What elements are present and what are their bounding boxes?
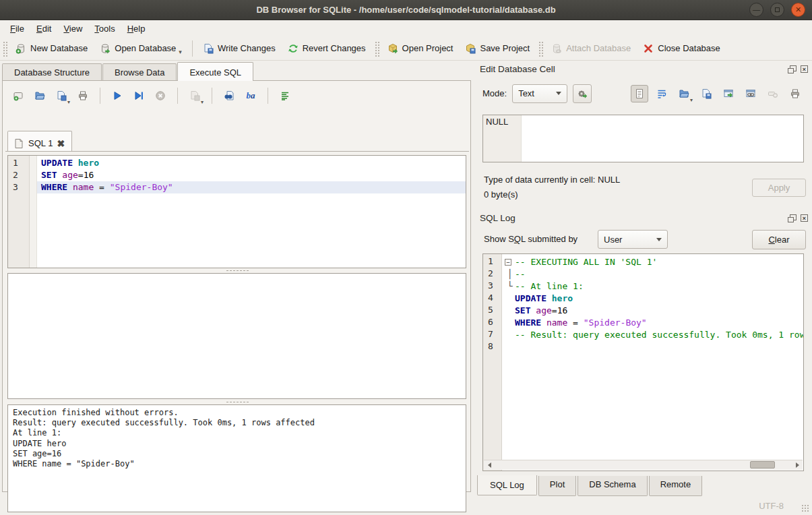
sql-log-view[interactable]: 12345678 −-- EXECUTING ALL IN 'SQL 1'│--… [482, 253, 804, 471]
log-horizontal-scrollbar[interactable] [484, 460, 803, 470]
toolbar-drag-handle[interactable] [374, 40, 379, 57]
editor-line-numbers: 123 [8, 156, 30, 268]
new-database-button[interactable]: New Database [9, 40, 94, 57]
window-title: DB Browser for SQLite - /home/user/code/… [256, 5, 555, 15]
gear-icon [577, 88, 588, 99]
dock-tab-db-schema[interactable]: DB Schema [577, 476, 647, 496]
find-icon [224, 90, 235, 101]
sql-editor[interactable]: 123 UPDATE heroSET age=16WHERE name = "S… [7, 155, 466, 268]
minimize-button[interactable]: — [749, 3, 763, 17]
open-project-label: Open Project [402, 43, 454, 53]
open-database-button[interactable]: Open Database ▾ [94, 40, 188, 57]
maximize-button[interactable] [770, 3, 784, 17]
encoding-indicator[interactable]: UTF-8 [759, 501, 784, 511]
execute-current-line-button[interactable] [130, 87, 148, 104]
print-cell-button[interactable] [786, 85, 804, 102]
cell-value-editor[interactable]: NULL [482, 115, 804, 162]
tab-execute-sql[interactable]: Execute SQL [177, 62, 253, 81]
execute-all-button[interactable] [108, 87, 126, 104]
execution-messages[interactable]: Execution finished without errors. Resul… [7, 404, 466, 512]
copy-link-button[interactable] [742, 85, 759, 102]
menu-view[interactable]: View [57, 22, 88, 36]
splitter-handle[interactable] [7, 400, 466, 404]
open-sql-file-icon [34, 90, 45, 101]
write-changes-icon [203, 43, 214, 54]
save-sql-file-icon [56, 90, 67, 101]
clear-log-button[interactable]: Clear [752, 230, 806, 249]
sql-editor-toolbar: ▾ [9, 86, 294, 105]
menu-edit[interactable]: Edit [30, 22, 57, 36]
execute-all-icon [112, 90, 123, 101]
attach-database-button[interactable]: Attach Database [545, 40, 637, 57]
scrollbar-track[interactable] [495, 460, 792, 470]
cell-toolbar: ▾ [631, 84, 804, 103]
format-sql-button[interactable] [276, 87, 294, 104]
log-code: −-- EXECUTING ALL IN 'SQL 1'│--└-- At li… [502, 254, 803, 471]
import-cell-data-button[interactable]: ▾ [675, 85, 693, 102]
dock-tab-remote[interactable]: Remote [649, 476, 703, 496]
float-dock-icon[interactable] [790, 65, 797, 71]
close-dock-icon[interactable]: × [801, 214, 808, 222]
set-null-icon [768, 88, 778, 99]
link-icon [745, 88, 756, 99]
revert-changes-button[interactable]: Revert Changes [282, 40, 372, 57]
word-wrap-button[interactable] [653, 85, 670, 102]
apply-button[interactable]: Apply [752, 179, 806, 197]
new-database-label: New Database [30, 43, 88, 53]
float-dock-icon[interactable] [790, 214, 797, 220]
export-cell-data-button[interactable] [697, 85, 715, 102]
chevron-down-icon [556, 92, 561, 95]
text-mode-icon [634, 88, 645, 99]
toolbar-drag-handle[interactable] [538, 40, 543, 57]
mode-select[interactable]: Text [512, 84, 567, 103]
write-changes-button[interactable]: Write Changes [197, 40, 282, 57]
revert-changes-icon [288, 43, 299, 54]
auto-apply-button[interactable] [573, 84, 592, 103]
open-in-external-button[interactable] [720, 85, 737, 102]
open-project-icon [387, 43, 398, 54]
save-project-label: Save Project [480, 43, 530, 53]
log-filter-select[interactable]: User [598, 230, 668, 249]
close-database-button[interactable]: Close Database [637, 40, 726, 57]
splitter-handle[interactable] [7, 268, 466, 272]
scrollbar-thumb[interactable] [750, 461, 775, 468]
stop-button[interactable] [152, 87, 169, 104]
print-button[interactable] [74, 87, 92, 104]
format-sql-icon [280, 90, 290, 101]
menu-help[interactable]: Help [121, 22, 152, 36]
autocomplete-icon: ba [247, 90, 255, 101]
export-results-button[interactable]: ▾ [186, 87, 204, 104]
title-bar[interactable]: DB Browser for SQLite - /home/user/code/… [0, 0, 812, 20]
main-tab-bar: Database Structure Browse Data Execute S… [2, 62, 254, 81]
close-dock-icon[interactable]: × [801, 65, 808, 73]
write-changes-label: Write Changes [218, 43, 276, 53]
text-mode-button[interactable] [631, 85, 648, 102]
tab-database-structure[interactable]: Database Structure [2, 63, 102, 82]
toolbar-drag-handle[interactable] [2, 40, 7, 57]
resize-grip-icon[interactable] [801, 504, 810, 513]
open-project-button[interactable]: Open Project [381, 40, 460, 57]
autocomplete-button[interactable]: ba [242, 87, 259, 104]
open-sql-file-button[interactable] [31, 87, 49, 104]
dock-tab-plot[interactable]: Plot [538, 476, 576, 496]
tab-browse-data[interactable]: Browse Data [102, 63, 177, 82]
stop-icon [155, 90, 166, 101]
save-sql-file-button[interactable]: ▾ [53, 87, 70, 104]
scroll-right-icon[interactable] [792, 460, 803, 470]
menu-tools[interactable]: Tools [88, 22, 121, 36]
dock-tab-sql-log[interactable]: SQL Log [477, 475, 537, 495]
edit-cell-dock-header: Edit Database Cell × [480, 62, 808, 75]
scroll-left-icon[interactable] [484, 460, 495, 470]
menu-file[interactable]: File [4, 22, 30, 36]
save-project-button[interactable]: Save Project [459, 40, 536, 57]
sql-tab-label: SQL 1 [28, 138, 53, 148]
results-grid[interactable] [7, 273, 466, 399]
dock-tab-bar: SQL Log Plot DB Schema Remote [477, 476, 704, 496]
find-button[interactable] [220, 87, 238, 104]
new-tab-button[interactable] [9, 87, 27, 104]
close-tab-icon[interactable]: ✖ [57, 138, 65, 149]
set-null-button[interactable] [764, 85, 782, 102]
editor-code[interactable]: UPDATE heroSET age=16WHERE name = "Spide… [37, 156, 466, 268]
close-button[interactable]: ✕ [791, 3, 805, 17]
sql-1-tab[interactable]: SQL 1 ✖ [7, 131, 72, 151]
